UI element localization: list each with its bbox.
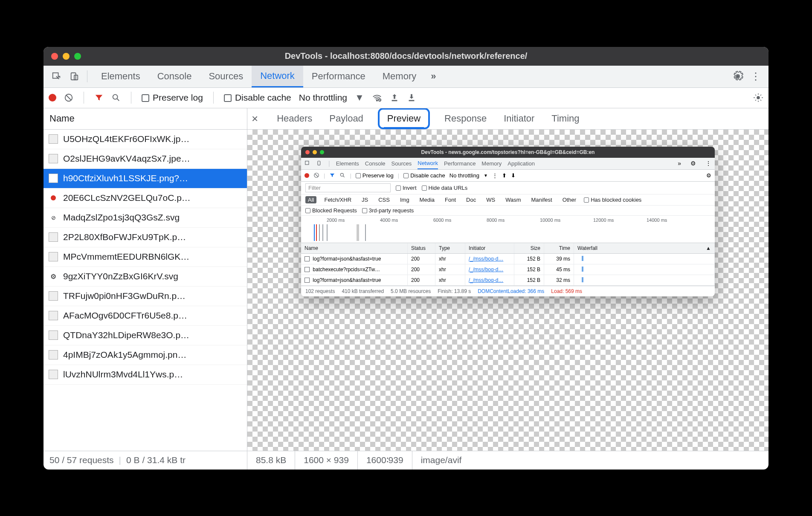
request-list-panel: Name U5OHzQL4tEKFr6OFIxWK.jp…O2slJEHG9av… xyxy=(44,108,247,451)
inner-panel-tabs: |ElementsConsoleSourcesNetworkPerformanc… xyxy=(301,158,715,170)
more-tabs-icon[interactable]: » xyxy=(427,65,439,87)
inner-col-initiator: Initiator xyxy=(465,243,514,253)
download-har-icon[interactable] xyxy=(407,93,416,102)
clear-icon[interactable] xyxy=(64,93,73,102)
detail-tab-payload[interactable]: Payload xyxy=(327,108,366,130)
inner-window-controls xyxy=(305,150,324,154)
close-detail-icon[interactable]: × xyxy=(252,112,258,125)
status-requests: 50 / 57 requests xyxy=(49,455,114,465)
request-name: lUvzhNUlrm3Mvd4Ll1Yws.p… xyxy=(63,369,183,380)
request-row[interactable]: ⚙9gzXiTYY0nZzBxGI6KrV.svg xyxy=(44,267,247,287)
inner-wifi-icon: ⋮ xyxy=(492,172,498,179)
record-button-icon[interactable] xyxy=(49,94,56,101)
file-type-icon xyxy=(49,311,58,320)
svg-point-5 xyxy=(113,95,118,99)
request-row[interactable]: TRFujw0pi0nHF3GwDuRn.p… xyxy=(44,287,247,306)
inner-titlebar: DevTools - news.google.com/topstories?hl… xyxy=(301,147,715,158)
waterfall-tick: 10000 ms xyxy=(540,217,560,223)
zoom-window-icon[interactable] xyxy=(74,53,81,60)
inner-col-size: Size xyxy=(514,243,544,253)
detail-tab-response[interactable]: Response xyxy=(442,108,489,130)
request-name: MPcVmmemtEEDURBN6lGK… xyxy=(63,252,189,262)
waterfall-tick: 12000 ms xyxy=(593,217,614,223)
svg-point-3 xyxy=(737,75,740,78)
tab-performance[interactable]: Performance xyxy=(303,65,374,87)
inner-search-icon xyxy=(339,172,345,178)
inner-disable-cache: Disable cache xyxy=(403,172,445,179)
inner-throttling: No throttling xyxy=(450,172,479,179)
svg-rect-9 xyxy=(409,100,414,101)
file-type-icon xyxy=(49,252,58,261)
inner-tab-elements: Elements xyxy=(336,157,359,169)
throttling-select[interactable]: No throttling xyxy=(299,93,347,103)
inner-download-icon: ⬇ xyxy=(511,172,516,179)
preserve-log-checkbox[interactable]: Preserve log xyxy=(142,93,203,103)
file-type-icon xyxy=(49,291,58,301)
inner-tab-network: Network xyxy=(418,157,438,169)
tab-elements[interactable]: Elements xyxy=(93,65,149,87)
network-settings-gear-icon[interactable] xyxy=(753,93,763,103)
inner-filter-types: AllFetch/XHRJSCSSImgMediaFontDocWSWasmMa… xyxy=(301,194,715,206)
request-row[interactable]: 4pIMBj7zOAk1y5Agmmoj.pn… xyxy=(44,345,247,365)
status-size: 85.8 kB xyxy=(247,451,295,470)
tab-network[interactable]: Network xyxy=(252,65,303,87)
request-row[interactable]: MPcVmmemtEEDURBN6lGK… xyxy=(44,247,247,267)
filter-type-other: Other xyxy=(560,196,579,203)
separator xyxy=(87,70,87,82)
request-row[interactable]: h90CtfziXluvh1LSSKJE.png?… xyxy=(44,169,247,188)
filter-icon[interactable] xyxy=(94,93,104,102)
detail-tab-list: HeadersPayloadPreviewResponseInitiatorTi… xyxy=(274,108,582,130)
request-row[interactable]: 2P2L80XfBoFWJFxU9TpK.p… xyxy=(44,228,247,247)
close-window-icon[interactable] xyxy=(51,53,58,60)
inner-tab-memory: Memory xyxy=(481,157,502,169)
throttling-dropdown-icon[interactable]: ▼ xyxy=(355,92,364,103)
inner-upload-icon: ⬆ xyxy=(502,172,507,179)
device-toolbar-icon[interactable] xyxy=(67,69,82,84)
request-row[interactable]: ⊘MadqZslZpo1sj3qQ3GsZ.svg xyxy=(44,208,247,228)
filter-type-wasm: Wasm xyxy=(503,196,523,203)
detail-tab-initiator[interactable]: Initiator xyxy=(501,108,537,130)
inner-window-title: DevTools - news.google.com/topstories?hl… xyxy=(421,149,595,155)
settings-gear-icon[interactable] xyxy=(730,69,745,84)
request-list: U5OHzQL4tEKFr6OFIxWK.jp…O2slJEHG9avKV4aq… xyxy=(44,130,247,451)
name-column-header[interactable]: Name xyxy=(44,108,247,130)
tab-memory[interactable]: Memory xyxy=(374,65,425,87)
tab-sources[interactable]: Sources xyxy=(200,65,252,87)
filter-type-js: JS xyxy=(359,196,371,203)
upload-har-icon[interactable] xyxy=(390,93,399,102)
separator xyxy=(84,92,84,104)
request-row[interactable]: QTDnaY32hLDipeRW8e3O.p… xyxy=(44,326,247,345)
svg-rect-11 xyxy=(305,161,309,165)
filter-type-fetch-xhr: Fetch/XHR xyxy=(322,196,354,203)
inner-summary-transferred: 410 kB transferred xyxy=(342,288,384,294)
search-icon[interactable] xyxy=(111,93,121,102)
request-row[interactable]: AFacMOgv6D0CFTr6U5e8.p… xyxy=(44,306,247,326)
inner-summary-resources: 5.0 MB resources xyxy=(391,288,431,294)
request-name: U5OHzQL4tEKFr6OFIxWK.jp… xyxy=(63,134,189,144)
request-row[interactable]: O2slJEHG9avKV4aqzSx7.jpe… xyxy=(44,149,247,169)
inspect-element-icon[interactable] xyxy=(49,69,64,84)
detail-tab-preview[interactable]: Preview xyxy=(378,108,430,130)
minimize-window-icon[interactable] xyxy=(63,53,70,60)
detail-tab-headers[interactable]: Headers xyxy=(274,108,315,130)
request-row[interactable]: U5OHzQL4tEKFr6OFIxWK.jp… xyxy=(44,130,247,149)
network-toolbar: Preserve log Disable cache No throttling… xyxy=(44,88,768,108)
file-type-icon xyxy=(49,370,58,379)
request-row[interactable]: lUvzhNUlrm3Mvd4Ll1Yws.p… xyxy=(44,365,247,385)
detail-tab-timing[interactable]: Timing xyxy=(549,108,582,130)
file-type-icon xyxy=(49,232,58,242)
status-mime: image/avif xyxy=(412,451,470,470)
inner-filter-input: Filter xyxy=(305,183,391,192)
file-type-icon xyxy=(49,350,58,359)
inner-table-header: NameStatusTypeInitiatorSizeTimeWaterfall… xyxy=(301,243,715,254)
kebab-menu-icon[interactable]: ⋮ xyxy=(748,69,763,84)
inner-tab-sources: Sources xyxy=(392,157,412,169)
tab-console[interactable]: Console xyxy=(149,65,200,87)
network-conditions-icon[interactable] xyxy=(372,93,382,102)
request-row[interactable]: 20E6CLcSzNV2GELQu7oC.p… xyxy=(44,188,247,208)
inner-record-icon xyxy=(304,173,309,178)
detail-panel: × HeadersPayloadPreviewResponseInitiator… xyxy=(247,108,768,451)
inner-tab-console: Console xyxy=(365,157,386,169)
inner-filter-icon xyxy=(329,172,335,178)
disable-cache-checkbox[interactable]: Disable cache xyxy=(224,93,291,103)
